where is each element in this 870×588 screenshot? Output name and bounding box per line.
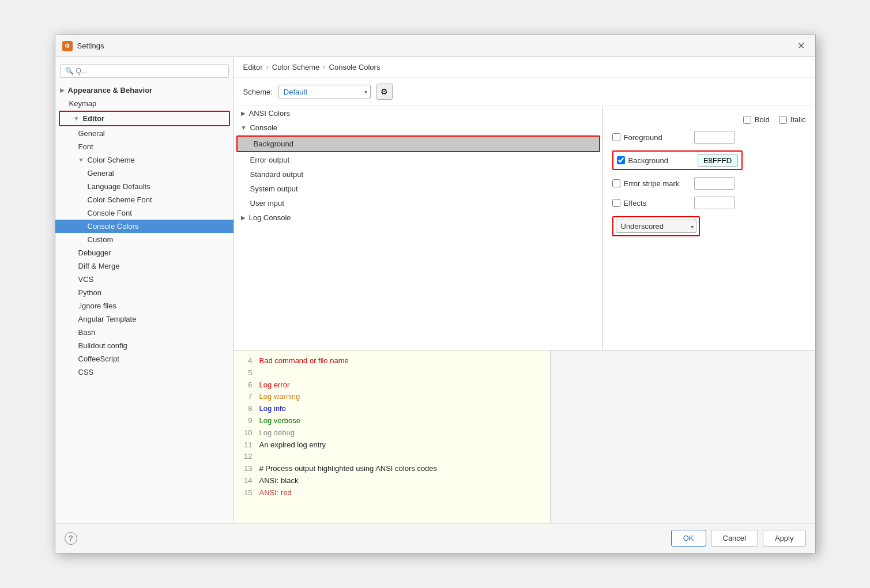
tree-item-console[interactable]: ▼ Console [234, 120, 602, 135]
preview-line-13: 13 # Process output highlighted using AN… [241, 463, 543, 475]
preview-line-6: 6 Log error [241, 379, 543, 391]
preview-panel: 4 Bad command or file name 5 6 Log error [234, 350, 815, 523]
tree-item-standard-output[interactable]: Standard output [234, 167, 602, 182]
tree-label-system-output: System output [250, 184, 298, 193]
dialog-footer: ? OK Cancel Apply [55, 523, 815, 553]
sidebar-item-language-defaults[interactable]: Language Defaults [55, 180, 233, 193]
search-box[interactable]: 🔍 [60, 64, 229, 78]
main-content: Editor › Color Scheme › Console Colors S… [234, 57, 815, 523]
breadcrumb-console-colors: Console Colors [329, 63, 381, 71]
sidebar-item-css[interactable]: CSS [55, 365, 233, 379]
apply-button[interactable]: Apply [763, 530, 806, 546]
sidebar-item-ignore-files[interactable]: .ignore files [55, 299, 233, 312]
preview-line-5: 5 [241, 367, 543, 379]
background-color-box[interactable]: E8FFFD [698, 154, 738, 167]
cancel-button[interactable]: Cancel [711, 530, 758, 546]
line-content-12 [259, 451, 543, 463]
sidebar-item-font[interactable]: Font [55, 140, 233, 153]
sidebar-item-appearance[interactable]: ▶ Appearance & Behavior [55, 84, 233, 97]
dialog-body: 🔍 ▶ Appearance & Behavior Keymap ▼ Edito… [55, 57, 815, 523]
line-content-14: ANSI: black [259, 475, 543, 487]
preview-lines: 4 Bad command or file name 5 6 Log error [234, 350, 550, 523]
sidebar-item-color-scheme-font[interactable]: Color Scheme Font [55, 193, 233, 206]
breadcrumb-arrow-2: › [323, 63, 325, 71]
preview-line-4: 4 Bad command or file name [241, 355, 543, 367]
sidebar-item-editor[interactable]: ▼ Editor [60, 112, 229, 125]
line-content-13: # Process output highlighted using ANSI … [259, 463, 543, 475]
background-checkbox[interactable] [617, 156, 625, 164]
effects-color-box[interactable] [694, 197, 735, 209]
title-bar: ⚙ Settings ✕ [55, 35, 815, 57]
tree-item-ansi-colors[interactable]: ▶ ANSI Colors [234, 106, 602, 120]
bold-checkbox-label[interactable]: Bold [743, 115, 770, 124]
sidebar-item-general-cs[interactable]: General [55, 167, 233, 180]
preview-line-11: 11 An expired log entry [241, 439, 543, 451]
error-stripe-checkbox-label[interactable]: Error stripe mark [612, 179, 687, 188]
tree-label-standard-output: Standard output [250, 170, 304, 179]
scheme-select[interactable]: Default Darcula High contrast [278, 85, 371, 99]
line-content-9: Log verbose [259, 415, 543, 427]
tree-arrow-console: ▼ [241, 125, 247, 131]
background-color-value: E8FFFD [703, 156, 732, 165]
line-num-11: 11 [241, 439, 253, 451]
tree-item-user-input[interactable]: User input [234, 196, 602, 210]
line-content-7: Log warning [259, 391, 543, 403]
sidebar-item-coffeescript[interactable]: CoffeeScript [55, 352, 233, 365]
line-num-10: 10 [241, 427, 253, 439]
breadcrumb-color-scheme: Color Scheme [272, 63, 319, 71]
tree-item-log-console[interactable]: ▶ Log Console [234, 210, 602, 225]
props-panel: Bold Italic Foreground [603, 106, 815, 350]
preview-line-9: 9 Log verbose [241, 415, 543, 427]
sidebar-item-color-scheme[interactable]: ▼ Color Scheme [55, 153, 233, 167]
sidebar-item-bash[interactable]: Bash [55, 326, 233, 339]
sidebar-item-keymap[interactable]: Keymap [55, 97, 233, 110]
tree-label-console: Console [250, 123, 277, 132]
tree-item-background[interactable]: Background [238, 137, 599, 151]
sidebar-item-console-colors[interactable]: Console Colors [55, 220, 233, 233]
scheme-label: Scheme: [243, 88, 273, 96]
foreground-checkbox[interactable] [612, 133, 620, 141]
preview-line-14: 14 ANSI: black [241, 475, 543, 487]
line-num-12: 12 [241, 451, 253, 463]
italic-checkbox-label[interactable]: Italic [779, 115, 806, 124]
sidebar-item-debugger[interactable]: Debugger [55, 246, 233, 259]
effects-checkbox[interactable] [612, 199, 620, 207]
ok-button[interactable]: OK [671, 530, 706, 546]
foreground-color-box[interactable] [694, 131, 735, 144]
sidebar-item-console-font[interactable]: Console Font [55, 206, 233, 220]
effects-select[interactable]: Underscored Underwaved Bordered Bold lin… [616, 220, 696, 233]
effects-checkbox-label[interactable]: Effects [612, 199, 687, 208]
effects-row: Effects [612, 197, 806, 209]
foreground-checkbox-label[interactable]: Foreground [612, 133, 687, 142]
error-stripe-color-box[interactable] [694, 177, 735, 190]
editor-section-outline: ▼ Editor [59, 111, 230, 126]
sidebar-item-buildout-config[interactable]: Buildout config [55, 339, 233, 352]
preview-right-panel [550, 350, 815, 523]
sidebar-item-custom[interactable]: Custom [55, 233, 233, 246]
expand-arrow-editor: ▼ [74, 115, 80, 122]
error-stripe-label: Error stripe mark [624, 179, 680, 188]
error-stripe-checkbox[interactable] [612, 179, 620, 187]
italic-label: Italic [790, 115, 806, 124]
sidebar-item-angular-template[interactable]: Angular Template [55, 312, 233, 326]
search-input[interactable] [76, 67, 224, 75]
gear-button[interactable]: ⚙ [376, 84, 393, 100]
line-content-11: An expired log entry [259, 439, 543, 451]
help-button[interactable]: ? [65, 532, 77, 545]
preview-line-10: 10 Log debug [241, 427, 543, 439]
tree-item-error-output[interactable]: Error output [234, 153, 602, 167]
effects-label: Effects [624, 199, 647, 208]
help-icon: ? [69, 534, 73, 542]
scheme-row: Scheme: Default Darcula High contrast ▾ … [234, 78, 815, 106]
background-checkbox-label[interactable]: Background [617, 156, 692, 165]
sidebar-item-vcs[interactable]: VCS [55, 273, 233, 286]
italic-checkbox[interactable] [779, 116, 787, 124]
sidebar-item-diff-merge[interactable]: Diff & Merge [55, 259, 233, 273]
sidebar-item-general[interactable]: General [55, 127, 233, 140]
close-button[interactable]: ✕ [794, 39, 808, 53]
sidebar-item-python[interactable]: Python [55, 286, 233, 299]
content-panels: ▶ ANSI Colors ▼ Console Background [234, 106, 815, 350]
expand-arrow: ▶ [60, 87, 65, 93]
bold-checkbox[interactable] [743, 116, 751, 124]
tree-item-system-output[interactable]: System output [234, 182, 602, 196]
